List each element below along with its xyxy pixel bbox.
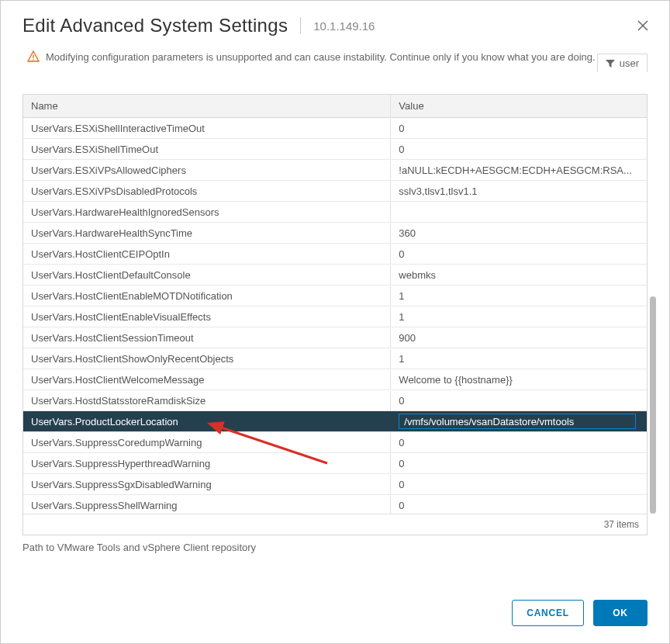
close-icon <box>637 20 648 31</box>
warning-banner: Modifying configuration parameters is un… <box>1 44 669 74</box>
table-row[interactable]: UserVars.ESXiShellTimeOut0 <box>23 139 647 160</box>
cell-value: 0 <box>391 454 647 473</box>
svg-point-1 <box>33 59 34 61</box>
table-header: Name Value <box>23 95 647 118</box>
table-row[interactable]: UserVars.SuppressHyperthreadWarning0 <box>23 453 647 474</box>
filter-value: user <box>620 57 639 69</box>
cell-name: UserVars.HardwareHealthSyncTime <box>23 223 391 243</box>
setting-description: Path to VMware Tools and vSphere Client … <box>1 535 669 559</box>
ok-button[interactable]: OK <box>593 600 648 626</box>
cell-name: UserVars.HostClientSessionTimeout <box>23 328 391 348</box>
settings-dialog: Edit Advanced System Settings 10.1.149.1… <box>0 0 670 644</box>
warning-icon <box>27 50 40 63</box>
cell-name: UserVars.HostClientShowOnlyRecentObjects <box>23 349 391 369</box>
cell-name: UserVars.HostClientWelcomeMessage <box>23 370 391 390</box>
table-body: UserVars.ESXiShellInteractiveTimeOut0Use… <box>23 118 647 514</box>
table-footer: 37 items <box>23 514 647 535</box>
dialog-title: Edit Advanced System Settings <box>22 15 288 36</box>
cell-name: UserVars.SuppressShellWarning <box>23 496 391 514</box>
cell-name: UserVars.SuppressCoredumpWarning <box>23 433 391 452</box>
cell-name: UserVars.HostClientEnableMOTDNotificatio… <box>23 286 391 306</box>
cell-value: 0 <box>391 391 647 410</box>
table-row[interactable]: UserVars.HostClientDefaultConsolewebmks <box>23 265 647 286</box>
table-row[interactable]: UserVars.HostClientEnableMOTDNotificatio… <box>23 286 647 306</box>
table-row[interactable]: UserVars.ESXiVPsDisabledProtocolssslv3,t… <box>23 181 647 202</box>
close-button[interactable] <box>635 18 651 33</box>
table-row[interactable]: UserVars.HostClientCEIPOptIn0 <box>23 244 647 265</box>
cell-name: UserVars.ESXiShellInteractiveTimeOut <box>23 119 391 138</box>
filter-box[interactable]: user <box>597 54 648 72</box>
cell-value: 0 <box>391 244 647 264</box>
value-input[interactable] <box>399 414 636 429</box>
cell-name: UserVars.ProductLockerLocation <box>23 412 391 431</box>
cell-value[interactable] <box>391 410 647 433</box>
cancel-button[interactable]: CANCEL <box>512 600 584 626</box>
cell-value <box>391 208 647 216</box>
cell-name: UserVars.HostdStatsstoreRamdiskSize <box>23 391 391 410</box>
cell-value: 0 <box>391 496 647 514</box>
cell-name: UserVars.HostClientDefaultConsole <box>23 265 391 285</box>
filter-icon <box>606 59 615 68</box>
cell-value: 1 <box>391 286 647 306</box>
cell-value: 360 <box>391 223 647 243</box>
table-row[interactable]: UserVars.HostClientWelcomeMessageWelcome… <box>23 369 647 390</box>
table-row[interactable]: UserVars.HostClientSessionTimeout900 <box>23 327 647 348</box>
column-value[interactable]: Value <box>391 95 647 117</box>
table-row[interactable]: UserVars.HardwareHealthSyncTime360 <box>23 223 647 244</box>
button-bar: CANCEL OK <box>1 586 669 643</box>
table-row[interactable]: UserVars.HostClientEnableVisualEffects1 <box>23 306 647 327</box>
cell-name: UserVars.HostClientEnableVisualEffects <box>23 307 391 327</box>
cell-name: UserVars.ESXiShellTimeOut <box>23 140 391 159</box>
cell-value: Welcome to {{hostname}} <box>391 370 647 390</box>
cell-name: UserVars.SuppressHyperthreadWarning <box>23 454 391 473</box>
host-indicator: 10.1.149.16 <box>313 19 375 33</box>
dialog-header: Edit Advanced System Settings 10.1.149.1… <box>1 1 669 44</box>
cell-name: UserVars.ESXiVPsDisabledProtocols <box>23 182 391 201</box>
cell-value: 0 <box>391 433 647 452</box>
cell-name: UserVars.SuppressSgxDisabledWarning <box>23 475 391 494</box>
table-row[interactable]: UserVars.HostClientShowOnlyRecentObjects… <box>23 348 647 369</box>
cell-value: 1 <box>391 307 647 327</box>
table-row[interactable]: UserVars.SuppressCoredumpWarning0 <box>23 432 647 453</box>
separator <box>300 17 301 34</box>
warning-text: Modifying configuration parameters is un… <box>46 51 596 63</box>
cell-value: 0 <box>391 475 647 494</box>
table-row[interactable]: UserVars.SuppressShellWarning0 <box>23 495 647 514</box>
cell-value: 1 <box>391 349 647 369</box>
table-row[interactable]: UserVars.ESXiVPsAllowedCiphers!aNULL:kEC… <box>23 160 647 181</box>
table-row[interactable]: UserVars.ESXiShellInteractiveTimeOut0 <box>23 118 647 139</box>
cell-name: UserVars.ESXiVPsAllowedCiphers <box>23 161 391 180</box>
cell-value: 0 <box>391 119 647 138</box>
table-row[interactable]: UserVars.HardwareHealthIgnoredSensors <box>23 202 647 223</box>
table-row[interactable]: UserVars.HostdStatsstoreRamdiskSize0 <box>23 390 647 411</box>
cell-value: !aNULL:kECDH+AESGCM:ECDH+AESGCM:RSA... <box>391 161 647 180</box>
cell-name: UserVars.HostClientCEIPOptIn <box>23 244 391 264</box>
table-row[interactable]: UserVars.ProductLockerLocation <box>23 411 647 432</box>
cell-value: sslv3,tlsv1,tlsv1.1 <box>391 182 647 201</box>
cell-name: UserVars.HardwareHealthIgnoredSensors <box>23 203 391 222</box>
scrollbar-thumb[interactable] <box>650 296 656 514</box>
cell-value: webmks <box>391 265 647 285</box>
column-name[interactable]: Name <box>23 95 391 117</box>
cell-value: 900 <box>391 328 647 348</box>
item-count: 37 items <box>604 519 639 530</box>
settings-table: Name Value UserVars.ESXiShellInteractive… <box>22 94 648 535</box>
table-row[interactable]: UserVars.SuppressSgxDisabledWarning0 <box>23 474 647 495</box>
cell-value: 0 <box>391 140 647 159</box>
